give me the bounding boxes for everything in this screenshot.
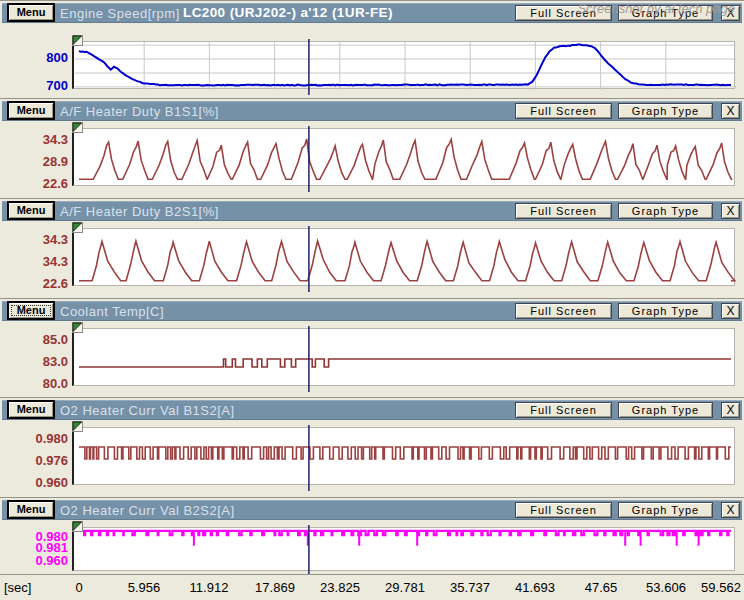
panel-title: A/F Heater Duty B2S1[%] [60, 204, 219, 219]
full-screen-button[interactable]: Full Screen [515, 103, 612, 119]
close-icon[interactable]: X [721, 203, 740, 219]
panel-title: Coolant Temp[C] [60, 304, 164, 319]
panel-body: 0.9800.9760.960 [2, 422, 742, 497]
y-tick-label: 22.6 [43, 176, 68, 191]
menu-button[interactable]: Menu [8, 4, 54, 21]
time-tick-label: 0 [75, 580, 82, 595]
vehicle-title: LC200 (URJ202-) a'12 (1UR-FE) [183, 5, 393, 20]
graph-panel-6: Menu O2 Heater Curr Val B2S2[A] Full Scr… [0, 497, 744, 574]
panel-header: Menu A/F Heater Duty B1S1[%] Full Screen… [2, 101, 742, 121]
menu-button[interactable]: Menu [8, 401, 54, 418]
graph-type-button[interactable]: Graph Type [618, 303, 713, 319]
y-axis-labels: 0.9800.9760.960 [2, 427, 68, 485]
cursor-handle-icon[interactable] [72, 35, 83, 46]
y-tick-label: 22.6 [43, 276, 68, 291]
plot-area[interactable] [72, 41, 735, 89]
waveform-svg [74, 229, 737, 287]
y-tick-label: 28.9 [43, 154, 68, 169]
graph-panel-5: Menu O2 Heater Curr Val B1S2[A] Full Scr… [0, 397, 744, 497]
graph-type-button[interactable]: Graph Type [618, 203, 713, 219]
waveform-svg [74, 129, 737, 187]
panel-body: 0.9800.9810.960 [2, 522, 742, 574]
y-axis-labels: 85.083.080.0 [2, 328, 68, 386]
panel-header: Menu O2 Heater Curr Val B1S2[A] Full Scr… [2, 400, 742, 420]
panel-title: O2 Heater Curr Val B1S2[A] [60, 403, 235, 418]
panel-title: Engine Speed[rpm] [60, 6, 180, 21]
panel-body: 85.083.080.0 [2, 323, 742, 397]
waveform-svg [74, 428, 737, 486]
y-axis-labels: 800700 [2, 41, 68, 89]
full-screen-button[interactable]: Full Screen [515, 402, 612, 418]
y-axis-labels: 34.328.922.6 [2, 128, 68, 186]
y-tick-label: 83.0 [43, 354, 68, 369]
y-tick-label: 34.3 [43, 232, 68, 247]
graph-type-button[interactable]: Graph Type [618, 502, 713, 518]
close-icon[interactable]: X [721, 303, 740, 319]
time-tick-label: 41.693 [515, 580, 555, 595]
y-tick-label: 0.980 [35, 431, 68, 446]
cursor-handle-icon[interactable] [72, 521, 83, 532]
plot-area[interactable] [72, 228, 735, 286]
time-tick-label: 17.869 [255, 580, 295, 595]
time-tick-label: 11.912 [190, 580, 229, 595]
watermark-text: Screenshot by al tech page [577, 1, 735, 16]
time-tick-label: 29.781 [385, 580, 425, 595]
y-axis-labels: 34.334.322.6 [2, 228, 68, 286]
time-tick-label: 59.562 [701, 580, 741, 595]
time-unit-label: [sec] [4, 580, 31, 595]
plot-area[interactable] [72, 328, 735, 386]
y-tick-label: 800 [46, 50, 68, 65]
panel-body: 34.334.322.6 [2, 223, 742, 298]
time-tick-label: 23.825 [320, 580, 360, 595]
menu-button[interactable]: Menu [8, 202, 54, 219]
cursor-handle-icon[interactable] [72, 222, 83, 233]
plot-area[interactable] [72, 427, 735, 485]
close-icon[interactable]: X [721, 103, 740, 119]
graph-panel-4: Menu Coolant Temp[C] Full Screen Graph T… [0, 298, 744, 397]
plot-area[interactable] [72, 128, 735, 186]
time-tick-label: 47.65 [585, 580, 618, 595]
menu-button[interactable]: Menu [8, 302, 54, 319]
waveform-svg [74, 528, 737, 572]
panel-stack: Menu Engine Speed[rpm] LC200 (URJ202-) a… [0, 0, 744, 574]
panel-title: O2 Heater Curr Val B2S2[A] [60, 503, 235, 518]
panel-title: A/F Heater Duty B1S1[%] [60, 104, 219, 119]
time-tick-label: 53.606 [646, 580, 686, 595]
y-tick-label: 34.3 [43, 132, 68, 147]
y-tick-label: 34.3 [43, 254, 68, 269]
panel-header: Menu Coolant Temp[C] Full Screen Graph T… [2, 301, 742, 321]
graph-panel-2: Menu A/F Heater Duty B1S1[%] Full Screen… [0, 98, 744, 198]
cursor-handle-icon[interactable] [72, 322, 83, 333]
waveform-svg [74, 329, 737, 387]
full-screen-button[interactable]: Full Screen [515, 502, 612, 518]
y-tick-label: 80.0 [43, 376, 68, 391]
full-screen-button[interactable]: Full Screen [515, 203, 612, 219]
y-tick-label: 700 [46, 78, 68, 93]
time-tick-label: 5.956 [128, 580, 161, 595]
panel-body: 34.328.922.6 [2, 123, 742, 198]
y-axis-labels: 0.9800.9810.960 [2, 527, 68, 571]
close-icon[interactable]: X [721, 502, 740, 518]
graph-type-button[interactable]: Graph Type [618, 402, 713, 418]
datalogger-window: Menu Engine Speed[rpm] LC200 (URJ202-) a… [0, 0, 744, 600]
cursor-handle-icon[interactable] [72, 122, 83, 133]
panel-body: 800700 [2, 25, 742, 98]
time-tick-label: 35.737 [450, 580, 490, 595]
cursor-handle-icon[interactable] [72, 421, 83, 432]
y-tick-label: 85.0 [43, 332, 68, 347]
menu-button[interactable]: Menu [8, 501, 54, 518]
y-tick-label: 0.976 [35, 453, 68, 468]
close-icon[interactable]: X [721, 402, 740, 418]
panel-header: Menu O2 Heater Curr Val B2S2[A] Full Scr… [2, 500, 742, 520]
graph-type-button[interactable]: Graph Type [618, 103, 713, 119]
y-tick-label: 0.960 [35, 475, 68, 490]
graph-panel-3: Menu A/F Heater Duty B2S1[%] Full Screen… [0, 198, 744, 298]
time-axis: [sec] 05.95611.91217.86923.82529.78135.7… [0, 574, 744, 600]
waveform-svg [74, 42, 737, 90]
panel-header: Menu A/F Heater Duty B2S1[%] Full Screen… [2, 201, 742, 221]
y-tick-label: 0.960 [35, 553, 68, 568]
menu-button[interactable]: Menu [8, 102, 54, 119]
plot-area[interactable] [72, 527, 735, 571]
full-screen-button[interactable]: Full Screen [515, 303, 612, 319]
